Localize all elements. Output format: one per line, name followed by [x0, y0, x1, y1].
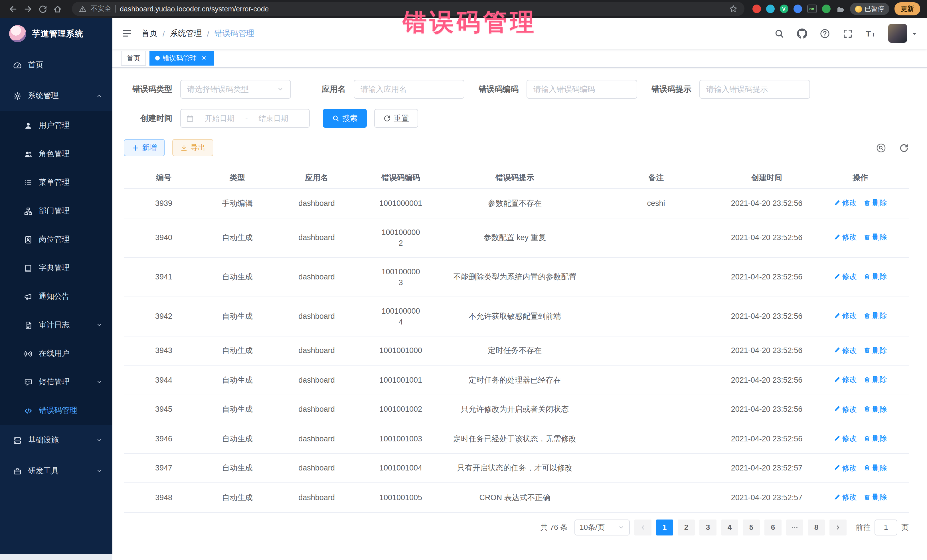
fontsize-button[interactable]: TT: [865, 28, 876, 38]
edit-link[interactable]: 修改: [833, 462, 857, 473]
cell-actions: 修改删除: [812, 336, 909, 365]
cell-created: 2021-04-20 23:52:56: [722, 296, 812, 336]
delete-link[interactable]: 删除: [864, 404, 887, 414]
reset-button[interactable]: 重置: [374, 109, 418, 128]
table-row: 3948自动生成dashboard1001001005CRON 表达式不正确20…: [124, 483, 909, 512]
edit-link[interactable]: 修改: [833, 311, 857, 321]
delete-link[interactable]: 删除: [864, 271, 887, 282]
edit-link[interactable]: 修改: [833, 433, 857, 444]
sidebar-item-menu-management[interactable]: 菜单管理: [0, 168, 112, 197]
extension-icon-green-v[interactable]: V: [780, 5, 788, 13]
extension-icon-green[interactable]: [822, 5, 830, 13]
extensions-puzzle-icon[interactable]: [836, 4, 845, 14]
breadcrumb-system[interactable]: 系统管理: [170, 28, 202, 38]
sidebar-item-post-management[interactable]: 岗位管理: [0, 225, 112, 254]
delete-link[interactable]: 删除: [864, 345, 887, 355]
delete-link[interactable]: 删除: [864, 311, 887, 321]
sidebar-item-user-management[interactable]: 用户管理: [0, 111, 112, 140]
export-button[interactable]: 导出: [172, 139, 213, 156]
end-date-input[interactable]: [251, 114, 296, 123]
pager-page-2[interactable]: 2: [678, 519, 695, 535]
pager-page-1[interactable]: 1: [656, 519, 673, 535]
edit-link[interactable]: 修改: [833, 197, 857, 208]
delete-link[interactable]: 删除: [864, 433, 887, 444]
sidebar-toggle-button[interactable]: [120, 27, 133, 39]
errcode-msg-input[interactable]: [706, 85, 803, 94]
delete-link[interactable]: 删除: [864, 462, 887, 473]
next-page-button[interactable]: [830, 519, 846, 535]
pager-more-button[interactable]: [786, 519, 803, 535]
delete-link[interactable]: 删除: [864, 492, 887, 502]
sidebar-item-dev-tools[interactable]: 研发工具: [0, 456, 112, 486]
browser-back-button[interactable]: [7, 3, 20, 15]
bookmark-star-icon[interactable]: [729, 5, 737, 13]
goto-page-input[interactable]: [874, 519, 897, 535]
close-icon[interactable]: [201, 55, 208, 62]
edit-link[interactable]: 修改: [833, 404, 857, 414]
app-logo[interactable]: 芋道管理系统: [0, 18, 112, 50]
delete-link[interactable]: 删除: [864, 197, 887, 208]
delete-link[interactable]: 删除: [864, 232, 887, 243]
sidebar-item-dept-management[interactable]: 部门管理: [0, 197, 112, 225]
edit-link[interactable]: 修改: [833, 345, 857, 355]
cell-id: 3946: [124, 424, 204, 453]
breadcrumb-home[interactable]: 首页: [141, 28, 158, 38]
add-button[interactable]: 新增: [124, 139, 165, 156]
plus-icon: [132, 144, 139, 152]
create-time-range-picker[interactable]: -: [180, 109, 310, 128]
user-menu[interactable]: [888, 24, 918, 43]
breadcrumb: 首页 / 系统管理 / 错误码管理: [141, 28, 254, 38]
sidebar-item-system-management[interactable]: 系统管理: [0, 80, 112, 111]
edit-link[interactable]: 修改: [833, 492, 857, 502]
extension-icon-on-badge[interactable]: on: [807, 5, 817, 13]
pager-page-5[interactable]: 5: [743, 519, 760, 535]
extension-icon-red[interactable]: [752, 5, 761, 13]
chevron-down-icon: [96, 467, 103, 475]
pager-page-8[interactable]: 8: [808, 519, 825, 535]
extension-icon-blue[interactable]: [793, 5, 802, 13]
cell-actions: 修改删除: [812, 483, 909, 512]
pencil-icon: [833, 347, 840, 354]
sidebar-item-infrastructure[interactable]: 基础设施: [0, 425, 112, 456]
browser-home-button[interactable]: [51, 3, 64, 15]
sidebar-item-error-code-management[interactable]: 错误码管理: [0, 396, 112, 425]
sidebar-item-notice-announcement[interactable]: 通知公告: [0, 282, 112, 311]
delete-link[interactable]: 删除: [864, 374, 887, 385]
sidebar-item-sms-management[interactable]: 短信管理: [0, 368, 112, 396]
paused-badge[interactable]: 已暂停: [850, 3, 889, 15]
app-name-input[interactable]: [360, 85, 457, 94]
pager-page-3[interactable]: 3: [699, 519, 716, 535]
errcode-type-select[interactable]: 请选择错误码类型: [180, 80, 291, 99]
extension-icon-teal[interactable]: [766, 5, 774, 13]
errcode-code-input[interactable]: [533, 85, 631, 94]
sidebar-item-dict-management[interactable]: 字典管理: [0, 254, 112, 282]
page-size-select[interactable]: 10条/页: [574, 519, 630, 535]
sidebar-item-home[interactable]: 首页: [0, 50, 112, 80]
edit-link[interactable]: 修改: [833, 232, 857, 243]
toggle-search-button[interactable]: [876, 143, 886, 153]
header-search-button[interactable]: [774, 28, 784, 38]
fullscreen-button[interactable]: [843, 28, 853, 38]
pager-page-4[interactable]: 4: [721, 519, 738, 535]
refresh-table-button[interactable]: [899, 143, 909, 153]
tag-label: 错误码管理: [163, 53, 197, 63]
pager-page-6[interactable]: 6: [764, 519, 781, 535]
github-link[interactable]: [797, 28, 807, 38]
prev-page-button[interactable]: [634, 519, 652, 535]
sidebar-item-audit-log[interactable]: 审计日志: [0, 311, 112, 339]
page-content: 错误码类型 请选择错误码类型 应用名 错误码编码 错误码提示 创建时间: [112, 68, 927, 560]
browser-update-button[interactable]: 更新: [895, 2, 920, 15]
edit-link[interactable]: 修改: [833, 374, 857, 385]
cell-code: 1001000003: [362, 257, 439, 296]
search-button[interactable]: 搜索: [323, 109, 367, 128]
cell-app: dashboard: [271, 424, 362, 453]
tag-home[interactable]: 首页: [121, 51, 146, 65]
sidebar-item-online-users[interactable]: 在线用户: [0, 339, 112, 368]
docs-help-button[interactable]: [820, 28, 830, 38]
tag-error-code[interactable]: 错误码管理: [149, 51, 214, 65]
browser-reload-button[interactable]: [36, 3, 49, 15]
edit-link[interactable]: 修改: [833, 271, 857, 282]
browser-forward-button[interactable]: [22, 3, 34, 15]
start-date-input[interactable]: [197, 114, 242, 123]
sidebar-item-role-management[interactable]: 角色管理: [0, 140, 112, 168]
